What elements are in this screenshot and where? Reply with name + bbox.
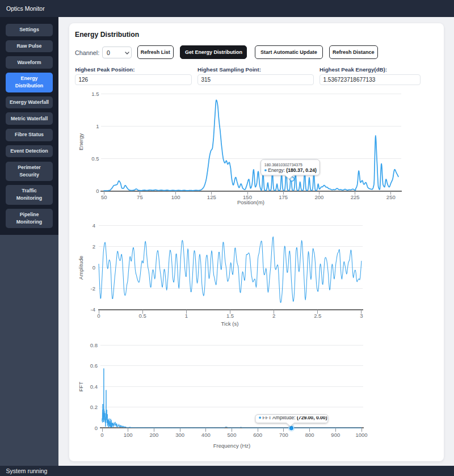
svg-text:0.5: 0.5: [91, 155, 99, 162]
svg-text:200: 200: [149, 432, 158, 438]
svg-text:0: 0: [96, 188, 99, 194]
svg-text:FFT: FFT: [78, 382, 84, 392]
svg-text:2.5: 2.5: [314, 313, 321, 319]
svg-text:0: 0: [97, 313, 100, 319]
svg-text:0: 0: [93, 264, 95, 271]
svg-text:-2: -2: [91, 285, 95, 292]
svg-text:75: 75: [137, 194, 143, 200]
svg-text:Frequency (Hz): Frequency (Hz): [213, 443, 250, 449]
svg-text:Position(m): Position(m): [237, 199, 264, 205]
svg-text:Energy: (180.37, 0.24): Energy: (180.37, 0.24): [268, 167, 317, 173]
svg-text:1000: 1000: [355, 432, 367, 438]
svg-text:1.5: 1.5: [226, 313, 234, 319]
svg-text:200: 200: [314, 194, 323, 200]
svg-text:125: 125: [207, 194, 216, 200]
svg-text:0: 0: [95, 425, 98, 431]
svg-text:3: 3: [360, 313, 363, 319]
svg-text:2: 2: [272, 313, 275, 319]
svg-text:1: 1: [185, 313, 188, 319]
svg-text:0.6: 0.6: [90, 363, 98, 369]
svg-text:Tick (s): Tick (s): [221, 321, 239, 327]
svg-text:225: 225: [351, 194, 360, 200]
svg-text:0.5: 0.5: [139, 313, 146, 319]
svg-text:400: 400: [201, 432, 211, 438]
svg-text:0.2: 0.2: [90, 404, 98, 410]
svg-text:175: 175: [279, 194, 288, 200]
svg-text:500: 500: [228, 432, 237, 438]
svg-text:50: 50: [101, 194, 107, 200]
svg-text:300: 300: [175, 432, 184, 438]
svg-text:Amplitude: Amplitude: [78, 256, 84, 280]
svg-text:180.36810302734375: 180.36810302734375: [264, 163, 302, 167]
svg-text:0: 0: [100, 432, 103, 438]
svg-text:4: 4: [93, 222, 95, 229]
svg-text:600: 600: [253, 432, 262, 438]
svg-text:800: 800: [305, 432, 314, 438]
svg-text:-4: -4: [91, 306, 95, 313]
svg-text:Energy: Energy: [78, 133, 84, 150]
svg-text:100: 100: [171, 194, 180, 200]
svg-text:0.8: 0.8: [90, 342, 98, 348]
svg-text:900: 900: [331, 432, 340, 438]
svg-text:1.5: 1.5: [91, 91, 99, 97]
svg-text:250: 250: [386, 194, 396, 200]
svg-text:2: 2: [93, 243, 95, 250]
svg-text:100: 100: [124, 432, 133, 438]
svg-text:700: 700: [279, 432, 288, 438]
svg-text:0.4: 0.4: [90, 384, 98, 390]
svg-text:1: 1: [96, 123, 99, 129]
